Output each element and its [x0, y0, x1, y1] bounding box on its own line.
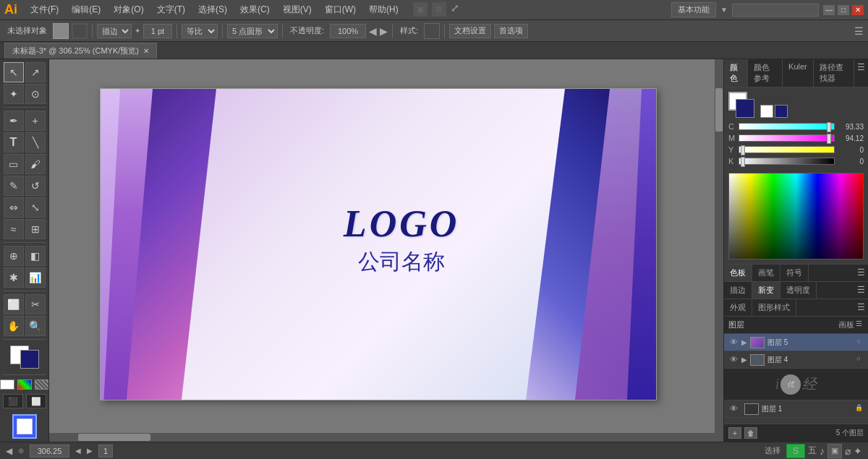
search-input[interactable]: [732, 4, 819, 17]
free-transform-tool[interactable]: ⊞: [25, 219, 46, 239]
rotate-tool[interactable]: ↺: [25, 176, 46, 196]
sogou-icon[interactable]: S: [786, 444, 805, 458]
opacity-arrow-left[interactable]: ◀: [369, 25, 377, 37]
direct-selection-tool[interactable]: ↗: [25, 62, 46, 82]
corners-select[interactable]: 5 点圆形: [227, 24, 278, 38]
tab-graphic-styles[interactable]: 图形样式: [752, 299, 796, 316]
page-input[interactable]: [98, 445, 113, 458]
tab-symbols[interactable]: 符号: [780, 265, 809, 281]
toolbar-menu-icon[interactable]: ☰: [854, 25, 864, 37]
menu-effect[interactable]: 效果(C): [234, 2, 276, 17]
color-mode-fill[interactable]: [0, 379, 14, 390]
workspace-dropdown-icon[interactable]: ▼: [720, 6, 728, 14]
opacity-arrow-right[interactable]: ▶: [380, 25, 388, 37]
stroke-color[interactable]: [20, 350, 39, 369]
eyedropper-tool[interactable]: ✱: [4, 267, 24, 288]
layer-5-item[interactable]: 👁 ▶ 图层 5 ○: [724, 334, 868, 351]
preferences-button[interactable]: 首选项: [494, 24, 528, 38]
c-slider-track[interactable]: [739, 123, 835, 130]
layer-5-eye[interactable]: 👁: [728, 338, 739, 348]
screen-mode-btn[interactable]: ▣: [413, 2, 427, 17]
zoom-tool[interactable]: 🔍: [25, 316, 46, 336]
maximize-button[interactable]: □: [838, 5, 849, 15]
mirror-tool[interactable]: ⇔: [4, 197, 24, 218]
k-slider-thumb[interactable]: [741, 157, 745, 167]
line-tool[interactable]: ╲: [25, 132, 46, 153]
rectangle-tool[interactable]: ▭: [4, 154, 24, 174]
delete-layer-button[interactable]: 🗑: [744, 427, 757, 439]
tab-color-guide[interactable]: 颜色参考: [748, 59, 783, 87]
y-slider-thumb[interactable]: [741, 145, 745, 155]
m-slider-track[interactable]: [739, 134, 835, 142]
tab-appearance[interactable]: 外观: [724, 299, 752, 316]
opacity-input[interactable]: [330, 24, 366, 38]
bridge-icon[interactable]: ⤢: [451, 2, 459, 17]
bottom-tool-3[interactable]: ▣: [827, 444, 842, 458]
layer-1-eye[interactable]: 👁: [728, 404, 739, 414]
menu-window[interactable]: 窗口(W): [319, 2, 362, 17]
layer-1-lock[interactable]: 🔒: [854, 404, 864, 414]
tab-brushes[interactable]: 画笔: [752, 265, 780, 281]
tab-close-icon[interactable]: ✕: [143, 47, 149, 55]
document-tab[interactable]: 未标题-3* @ 306.25% (CMYK/预览) ✕: [4, 43, 157, 59]
selection-tool[interactable]: ↖: [4, 62, 24, 82]
appearance-panel-menu-icon[interactable]: ☰: [854, 299, 868, 316]
v-scroll-thumb[interactable]: [715, 88, 723, 132]
arrange-btn[interactable]: ⊞: [432, 2, 446, 17]
zoom-arrow-right[interactable]: ▶: [87, 447, 93, 455]
stroke-panel-menu-icon[interactable]: ☰: [854, 282, 868, 299]
canvas-area[interactable]: LOGO 公司名称: [49, 59, 723, 442]
zoom-arrow-left[interactable]: ◀: [75, 447, 81, 455]
layer-4-eye[interactable]: 👁: [728, 355, 739, 365]
new-layer-button[interactable]: +: [728, 427, 741, 439]
artboard-tool[interactable]: ⬜: [4, 294, 24, 314]
color-mode-gradient[interactable]: [17, 379, 32, 390]
color-mode-none[interactable]: [35, 379, 49, 390]
menu-select[interactable]: 选择(S): [192, 2, 233, 17]
stroke-indicator[interactable]: [775, 105, 788, 118]
sub-panel-menu-icon[interactable]: ☰: [854, 265, 868, 281]
pen-tool[interactable]: ✒: [4, 111, 24, 131]
h-scrollbar[interactable]: [49, 433, 723, 442]
h-scroll-thumb[interactable]: [78, 434, 150, 441]
c-slider-thumb[interactable]: [827, 122, 831, 132]
add-anchor-tool[interactable]: +: [25, 111, 46, 131]
pencil-tool[interactable]: ✎: [4, 176, 24, 196]
warp-tool[interactable]: ≈: [4, 219, 24, 239]
menu-help[interactable]: 帮助(H): [363, 2, 404, 17]
layer-4-item[interactable]: 👁 ▶ 🐾 图层 4 ○: [724, 351, 868, 369]
status-arrow-left[interactable]: ◀: [6, 446, 12, 456]
active-color-swatch[interactable]: [12, 414, 37, 439]
k-slider-track[interactable]: [739, 158, 835, 165]
minimize-button[interactable]: —: [823, 5, 835, 15]
menu-view[interactable]: 视图(V): [277, 2, 318, 17]
screen-mode-normal[interactable]: ⬛: [3, 394, 23, 408]
tab-gradient[interactable]: 新变: [752, 282, 780, 299]
scale-select[interactable]: 等比: [182, 24, 218, 38]
tab-color[interactable]: 颜色: [724, 59, 748, 87]
screen-mode-full[interactable]: ⬜: [26, 394, 46, 408]
zoom-input[interactable]: [30, 445, 69, 458]
shape-builder-tool[interactable]: ⊕: [4, 246, 24, 266]
color-selector[interactable]: [10, 346, 39, 369]
menu-edit[interactable]: 编辑(E): [66, 2, 106, 17]
bottom-tool-4[interactable]: ⌀: [845, 445, 851, 457]
fill-color-swatch[interactable]: [72, 23, 88, 39]
lasso-tool[interactable]: ⊙: [25, 84, 46, 104]
tab-transparency[interactable]: 透明度: [780, 282, 817, 299]
layer-4-expand[interactable]: ▶: [741, 356, 747, 364]
style-swatch[interactable]: [424, 23, 440, 39]
layers-panel-menu-icon[interactable]: ☰: [854, 319, 864, 330]
workspace-button[interactable]: 基本功能: [671, 2, 716, 17]
magic-wand-tool[interactable]: ✦: [4, 84, 24, 104]
scale-tool[interactable]: ⤡: [25, 197, 46, 218]
tab-swatches[interactable]: 色板: [724, 265, 752, 281]
tab-kuler[interactable]: Kuler: [783, 59, 814, 87]
tab-pathfinder[interactable]: 路径查找器: [814, 59, 854, 87]
doc-settings-button[interactable]: 文档设置: [449, 24, 491, 38]
stroke-color-swatch[interactable]: [53, 23, 69, 39]
bottom-tool-1[interactable]: 五: [808, 445, 817, 457]
paintbrush-tool[interactable]: 🖌: [25, 154, 46, 174]
bottom-tool-5[interactable]: ✦: [854, 445, 862, 457]
slice-tool[interactable]: ✂: [25, 294, 46, 314]
